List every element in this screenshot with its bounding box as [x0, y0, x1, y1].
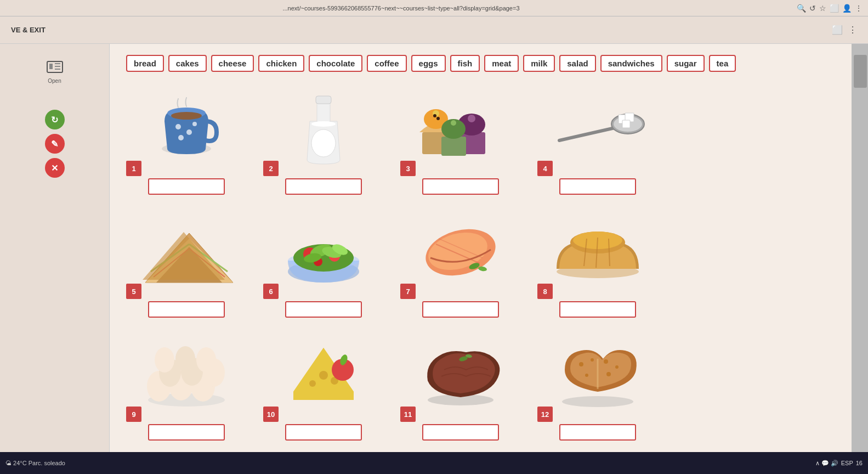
tag-chocolate[interactable]: chocolate [309, 55, 362, 72]
svg-point-90 [606, 372, 611, 376]
item-number-10: 10 [263, 407, 279, 422]
header-right-icons: ⬜ ⋮ [832, 25, 857, 35]
food-item-12: 12 [537, 329, 658, 441]
food-item-3: 3 [400, 83, 521, 195]
tag-meat[interactable]: meat [484, 55, 519, 72]
meat-svg [417, 337, 504, 408]
food-input-7[interactable] [422, 301, 499, 318]
food-input-9[interactable] [148, 424, 225, 441]
food-input-12[interactable] [559, 424, 636, 441]
search-icon[interactable]: 🔍 [797, 4, 806, 13]
system-icons: ∧ 💬 🔊 [815, 460, 838, 467]
edit-button[interactable]: ✎ [45, 134, 65, 154]
sidebar-open-icon[interactable]: Open [38, 55, 71, 88]
svg-point-70 [155, 347, 174, 373]
coffee-mug-svg [148, 91, 225, 162]
close-button[interactable]: ✕ [45, 158, 65, 178]
tag-fish[interactable]: fish [450, 55, 480, 72]
tag-bread[interactable]: bread [126, 55, 164, 72]
svg-point-86 [591, 358, 594, 362]
food-image-cakes: 3 [406, 83, 515, 171]
food-input-6[interactable] [285, 301, 362, 318]
svg-point-26 [433, 114, 436, 117]
svg-rect-1 [49, 64, 53, 69]
sidebar: Open ↻ ✎ ✕ [0, 44, 110, 474]
svg-point-9 [178, 135, 184, 140]
food-image-chicken: 12 [543, 329, 653, 416]
svg-point-72 [196, 347, 216, 373]
content-area: bread cakes cheese chicken chocolate cof… [110, 44, 852, 474]
save-exit-label[interactable]: VE & EXIT [11, 26, 46, 34]
item-number-6: 6 [263, 284, 279, 299]
food-grid: 1 [126, 83, 835, 441]
food-input-2[interactable] [285, 178, 362, 195]
tag-eggs[interactable]: eggs [411, 55, 446, 72]
food-input-3[interactable] [422, 178, 499, 195]
tag-sugar[interactable]: sugar [667, 55, 705, 72]
taskbar-weather: 🌤 24°C Parc. soleado [5, 460, 65, 466]
milk-bottle-svg [296, 88, 351, 165]
chicken-svg [554, 337, 642, 408]
tag-chicken[interactable]: chicken [258, 55, 304, 72]
refresh-icon[interactable]: ↺ [809, 4, 816, 13]
svg-point-87 [604, 359, 608, 364]
tag-milk[interactable]: milk [523, 55, 555, 72]
refresh-button[interactable]: ↻ [45, 110, 65, 129]
food-input-8[interactable] [559, 301, 636, 318]
salad-svg [280, 211, 367, 288]
food-image-salad: 6 [269, 206, 378, 294]
menu-icon[interactable]: ⋮ [855, 4, 863, 13]
food-input-11[interactable] [422, 424, 499, 441]
food-input-1[interactable] [148, 178, 225, 195]
svg-point-10 [192, 122, 197, 126]
browser-bar: ...next/~courses-5993662068555776~next~~… [0, 0, 868, 16]
grid-icon[interactable]: ⬜ [832, 25, 843, 35]
food-input-4[interactable] [559, 178, 636, 195]
food-input-5[interactable] [148, 301, 225, 318]
more-icon[interactable]: ⋮ [848, 25, 857, 35]
svg-point-75 [319, 371, 328, 380]
tag-salad[interactable]: salad [559, 55, 595, 72]
food-image-cheese: 10 [269, 329, 378, 416]
eggs-svg [143, 337, 230, 408]
sandwiches-svg [140, 211, 233, 288]
svg-rect-32 [622, 120, 630, 128]
scrollbar[interactable] [852, 44, 868, 474]
food-item-1: 1 [126, 83, 247, 195]
cupcakes-svg [414, 88, 507, 165]
svg-point-71 [175, 346, 195, 371]
svg-point-16 [311, 121, 336, 127]
item-number-7: 7 [400, 284, 416, 299]
browser-controls: 🔍 ↺ ☆ ⬜ 👤 ⋮ [797, 4, 863, 13]
window-icon[interactable]: ⬜ [830, 4, 839, 13]
item-number-9: 9 [126, 407, 141, 422]
food-item-7: 7 [400, 206, 521, 318]
food-image-sandwiches: 5 [132, 206, 241, 294]
tag-sandwiches[interactable]: sandwiches [600, 55, 662, 72]
tag-tea[interactable]: tea [709, 55, 736, 72]
profile-icon[interactable]: 👤 [842, 4, 852, 13]
food-item-6: 6 [263, 206, 384, 318]
svg-point-8 [186, 129, 192, 135]
tag-cheese[interactable]: cheese [211, 55, 254, 72]
food-item-8: 8 [537, 206, 658, 318]
food-image-coffee: 1 [132, 83, 241, 171]
main-container: Open ↻ ✎ ✕ bread cakes cheese chicken ch… [0, 44, 868, 474]
food-image-meat: 11 [406, 329, 515, 416]
food-image-fish: 7 [406, 206, 515, 294]
svg-point-25 [451, 120, 456, 126]
tag-cakes[interactable]: cakes [168, 55, 207, 72]
cheese-svg [282, 337, 365, 408]
svg-point-15 [311, 129, 336, 157]
food-input-10[interactable] [285, 424, 362, 441]
item-number-4: 4 [537, 161, 553, 176]
item-number-3: 3 [400, 161, 416, 176]
food-item-9: 9 [126, 329, 247, 441]
food-item-4: 4 [537, 83, 658, 195]
tag-coffee[interactable]: coffee [367, 55, 406, 72]
taskbar-right: ∧ 💬 🔊 ESP 16 [815, 460, 863, 467]
food-item-5: 5 [126, 206, 247, 318]
bookmark-icon[interactable]: ☆ [819, 4, 826, 13]
item-number-2: 2 [263, 161, 279, 176]
word-tags-container: bread cakes cheese chicken chocolate cof… [126, 55, 835, 72]
